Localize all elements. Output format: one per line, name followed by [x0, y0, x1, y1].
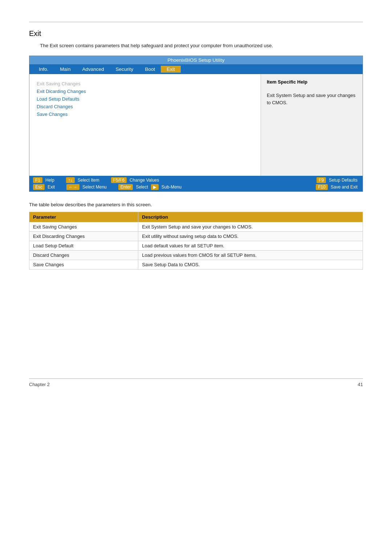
bios-right-panel: Item Specific Help Exit System Setup and…	[261, 74, 363, 176]
col-header-desc: Description	[138, 212, 363, 222]
key-leftright: ←→	[66, 184, 79, 190]
key-f1: F1	[33, 177, 42, 183]
key-updown: ↑↓	[66, 177, 75, 183]
nav-info[interactable]: Info.	[33, 66, 54, 73]
page-title: Exit	[29, 29, 363, 38]
key-f1-desc: Help	[44, 177, 56, 183]
bios-left-panel: Exit Saving Changes Exit Dicarding Chang…	[29, 74, 261, 176]
menu-load-defaults[interactable]: Load Setup Defaults	[37, 95, 253, 103]
table-intro: The table below describes the parameters…	[29, 202, 363, 207]
bios-setup-box: PhoenixBIOS Setup Utility Info. Main Adv…	[29, 56, 363, 192]
table-row: Load Setup DefaultLoad default values fo…	[29, 241, 363, 251]
param-table: Parameter Description Exit Saving Change…	[29, 212, 363, 270]
page-number: 41	[358, 382, 363, 387]
bios-keybar: F1 Help ↑↓ Select Item F5/F6 Change Valu…	[29, 176, 363, 191]
key-esc: Esc	[33, 184, 45, 190]
bios-titlebar: PhoenixBIOS Setup Utility	[29, 56, 363, 64]
desc-cell: Load default values for all SETUP item.	[138, 241, 363, 251]
menu-exit-saving[interactable]: Exit Saving Changes	[37, 80, 253, 88]
menu-save-changes[interactable]: Save Changes	[37, 110, 253, 118]
bios-content: Exit Saving Changes Exit Dicarding Chang…	[29, 74, 363, 176]
key-f9-desc: Setup Defaults	[327, 177, 359, 183]
param-cell: Exit Saving Changes	[29, 222, 138, 232]
param-cell: Discard Changes	[29, 251, 138, 260]
menu-exit-discarding[interactable]: Exit Dicarding Changes	[37, 88, 253, 95]
footer: Chapter 2 41	[29, 378, 363, 387]
table-row: Exit Discarding ChangesExit utility with…	[29, 232, 363, 241]
col-header-param: Parameter	[29, 212, 138, 222]
key-f9: F9	[317, 177, 326, 183]
nav-exit[interactable]: Exit	[161, 66, 181, 73]
desc-cell: Exit utility without saving setup data t…	[138, 232, 363, 241]
key-esc-desc: Exit	[46, 184, 56, 190]
bios-navbar: Info. Main Advanced Security Boot Exit	[29, 64, 363, 74]
key-updown-desc: Select Item	[76, 177, 101, 183]
nav-advanced[interactable]: Advanced	[77, 66, 110, 73]
key-arrow: ▶	[151, 184, 159, 190]
key-f10-desc: Save and Exit	[329, 184, 359, 190]
param-cell: Exit Discarding Changes	[29, 232, 138, 241]
key-submenu: Sub-Menu	[160, 184, 183, 190]
nav-main[interactable]: Main	[54, 66, 76, 73]
menu-discard-changes[interactable]: Discard Changes	[37, 103, 253, 110]
help-title: Item Specific Help	[267, 79, 357, 85]
keybar-row-1: F1 Help ↑↓ Select Item F5/F6 Change Valu…	[33, 177, 359, 183]
key-f5f6: F5/F6	[111, 177, 127, 183]
desc-cell: Exit System Setup and save your changes …	[138, 222, 363, 232]
key-enter: Enter	[118, 184, 133, 190]
table-row: Discard ChangesLoad previous values from…	[29, 251, 363, 260]
param-cell: Save Changes	[29, 260, 138, 270]
table-row: Exit Saving ChangesExit System Setup and…	[29, 222, 363, 232]
nav-boot[interactable]: Boot	[139, 66, 161, 73]
help-text: Exit System Setup and save your changes …	[267, 92, 357, 106]
chapter-label: Chapter 2	[29, 382, 50, 387]
key-enter-select: Select	[134, 184, 149, 190]
table-row: Save ChangesSave Setup Data to CMOS.	[29, 260, 363, 270]
nav-security[interactable]: Security	[110, 66, 139, 73]
intro-text: The Exit screen contains parameters that…	[40, 43, 363, 48]
desc-cell: Save Setup Data to CMOS.	[138, 260, 363, 270]
desc-cell: Load previous values from CMOS for all S…	[138, 251, 363, 260]
param-cell: Load Setup Default	[29, 241, 138, 251]
key-leftright-desc: Select Menu	[81, 184, 108, 190]
keybar-row-2: Esc Exit ←→ Select Menu Enter Select ▶ S…	[33, 184, 359, 190]
key-f5f6-desc: Change Values	[128, 177, 160, 183]
key-f10: F10	[316, 184, 328, 190]
